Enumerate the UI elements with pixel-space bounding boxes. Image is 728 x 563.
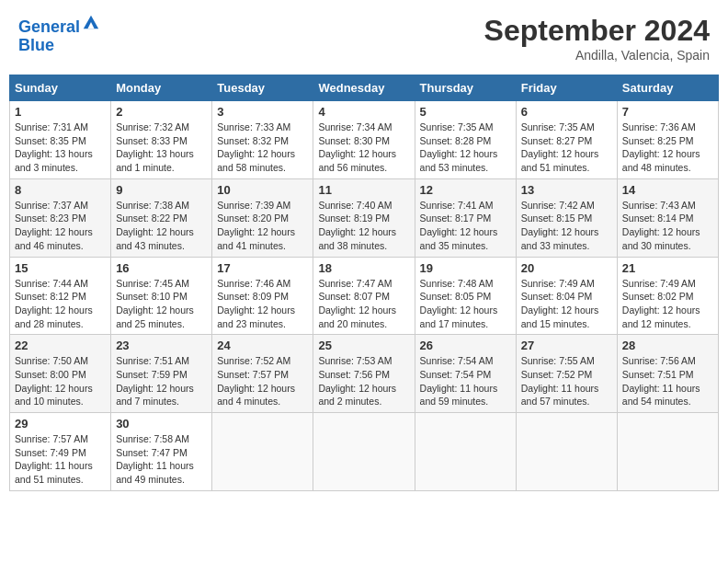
day-info: Sunrise: 7:58 AMSunset: 7:47 PMDaylight:… <box>116 432 207 487</box>
day-number: 28 <box>622 339 713 352</box>
calendar-week-3: 15Sunrise: 7:44 AMSunset: 8:12 PMDayligh… <box>10 257 719 335</box>
day-number: 12 <box>420 183 511 197</box>
location: Andilla, Valencia, Spain <box>484 48 710 63</box>
calendar-cell: 21Sunrise: 7:49 AMSunset: 8:02 PMDayligh… <box>617 257 718 335</box>
calendar-cell: 2Sunrise: 7:32 AMSunset: 8:33 PMDaylight… <box>111 101 212 179</box>
title-block: September 2024 Andilla, Valencia, Spain <box>484 14 710 63</box>
day-info: Sunrise: 7:45 AMSunset: 8:10 PMDaylight:… <box>116 277 207 331</box>
calendar-cell: 5Sunrise: 7:35 AMSunset: 8:28 PMDaylight… <box>415 101 516 179</box>
calendar-cell: 30Sunrise: 7:58 AMSunset: 7:47 PMDayligh… <box>111 413 212 491</box>
logo-blue: Blue <box>18 36 54 54</box>
day-info: Sunrise: 7:44 AMSunset: 8:12 PMDaylight:… <box>15 277 106 331</box>
day-number: 1 <box>15 105 106 119</box>
calendar-cell: 6Sunrise: 7:35 AMSunset: 8:27 PMDaylight… <box>516 101 617 179</box>
calendar-cell: 4Sunrise: 7:34 AMSunset: 8:30 PMDaylight… <box>313 101 415 179</box>
day-number: 19 <box>420 261 511 275</box>
calendar-cell: 13Sunrise: 7:42 AMSunset: 8:15 PMDayligh… <box>516 178 617 257</box>
calendar-cell: 22Sunrise: 7:50 AMSunset: 8:00 PMDayligh… <box>10 335 111 413</box>
calendar-cell: 17Sunrise: 7:46 AMSunset: 8:09 PMDayligh… <box>212 257 313 335</box>
calendar-week-2: 8Sunrise: 7:37 AMSunset: 8:23 PMDaylight… <box>10 178 719 257</box>
calendar-cell: 25Sunrise: 7:53 AMSunset: 7:56 PMDayligh… <box>313 335 415 413</box>
page-header: General Blue September 2024 Andilla, Val… <box>9 9 719 67</box>
day-number: 22 <box>15 339 106 352</box>
day-info: Sunrise: 7:40 AMSunset: 8:19 PMDaylight:… <box>318 199 409 253</box>
calendar-table: SundayMondayTuesdayWednesdayThursdayFrid… <box>9 75 719 491</box>
logo: General Blue <box>18 14 100 55</box>
day-number: 25 <box>318 339 409 352</box>
day-info: Sunrise: 7:36 AMSunset: 8:25 PMDaylight:… <box>622 121 713 175</box>
calendar-cell: 27Sunrise: 7:55 AMSunset: 7:52 PMDayligh… <box>516 335 617 413</box>
day-info: Sunrise: 7:46 AMSunset: 8:09 PMDaylight:… <box>217 277 308 331</box>
day-info: Sunrise: 7:56 AMSunset: 7:51 PMDaylight:… <box>622 354 713 408</box>
day-number: 14 <box>622 183 713 197</box>
day-number: 4 <box>318 105 409 119</box>
calendar-cell: 24Sunrise: 7:52 AMSunset: 7:57 PMDayligh… <box>212 335 313 413</box>
calendar-cell: 26Sunrise: 7:54 AMSunset: 7:54 PMDayligh… <box>415 335 516 413</box>
day-number: 30 <box>116 417 207 431</box>
day-number: 18 <box>318 261 409 275</box>
calendar-cell: 11Sunrise: 7:40 AMSunset: 8:19 PMDayligh… <box>313 178 415 257</box>
calendar-cell: 15Sunrise: 7:44 AMSunset: 8:12 PMDayligh… <box>10 257 111 335</box>
calendar-cell: 29Sunrise: 7:57 AMSunset: 7:49 PMDayligh… <box>10 413 111 491</box>
day-number: 3 <box>217 105 308 119</box>
day-number: 6 <box>521 105 612 119</box>
day-number: 17 <box>217 261 308 275</box>
day-number: 29 <box>15 417 106 431</box>
calendar-cell: 10Sunrise: 7:39 AMSunset: 8:20 PMDayligh… <box>212 178 313 257</box>
day-info: Sunrise: 7:53 AMSunset: 7:56 PMDaylight:… <box>318 354 409 408</box>
day-info: Sunrise: 7:39 AMSunset: 8:20 PMDaylight:… <box>217 199 308 253</box>
calendar-cell: 20Sunrise: 7:49 AMSunset: 8:04 PMDayligh… <box>516 257 617 335</box>
calendar-cell: 16Sunrise: 7:45 AMSunset: 8:10 PMDayligh… <box>111 257 212 335</box>
weekday-friday: Friday <box>516 75 617 101</box>
day-info: Sunrise: 7:33 AMSunset: 8:32 PMDaylight:… <box>217 121 308 175</box>
calendar-cell: 19Sunrise: 7:48 AMSunset: 8:05 PMDayligh… <box>415 257 516 335</box>
day-info: Sunrise: 7:41 AMSunset: 8:17 PMDaylight:… <box>420 199 511 253</box>
day-info: Sunrise: 7:49 AMSunset: 8:02 PMDaylight:… <box>622 277 713 331</box>
calendar-cell: 12Sunrise: 7:41 AMSunset: 8:17 PMDayligh… <box>415 178 516 257</box>
day-info: Sunrise: 7:35 AMSunset: 8:27 PMDaylight:… <box>521 121 612 175</box>
day-number: 9 <box>116 183 207 197</box>
day-info: Sunrise: 7:38 AMSunset: 8:22 PMDaylight:… <box>116 199 207 253</box>
day-info: Sunrise: 7:42 AMSunset: 8:15 PMDaylight:… <box>521 199 612 253</box>
day-number: 8 <box>15 183 106 197</box>
day-info: Sunrise: 7:34 AMSunset: 8:30 PMDaylight:… <box>318 121 409 175</box>
weekday-saturday: Saturday <box>617 75 718 101</box>
day-number: 11 <box>318 183 409 197</box>
day-info: Sunrise: 7:51 AMSunset: 7:59 PMDaylight:… <box>116 354 207 408</box>
calendar-cell <box>212 413 313 491</box>
day-info: Sunrise: 7:55 AMSunset: 7:52 PMDaylight:… <box>521 354 612 408</box>
calendar-cell <box>516 413 617 491</box>
month-title: September 2024 <box>484 14 710 48</box>
day-info: Sunrise: 7:37 AMSunset: 8:23 PMDaylight:… <box>15 199 106 253</box>
calendar-cell: 9Sunrise: 7:38 AMSunset: 8:22 PMDaylight… <box>111 178 212 257</box>
day-info: Sunrise: 7:32 AMSunset: 8:33 PMDaylight:… <box>116 121 207 175</box>
weekday-header-row: SundayMondayTuesdayWednesdayThursdayFrid… <box>10 75 719 101</box>
calendar-cell: 28Sunrise: 7:56 AMSunset: 7:51 PMDayligh… <box>617 335 718 413</box>
day-number: 21 <box>622 261 713 275</box>
calendar-cell: 8Sunrise: 7:37 AMSunset: 8:23 PMDaylight… <box>10 178 111 257</box>
weekday-tuesday: Tuesday <box>212 75 313 101</box>
day-number: 27 <box>521 339 612 352</box>
day-info: Sunrise: 7:54 AMSunset: 7:54 PMDaylight:… <box>420 354 511 408</box>
day-info: Sunrise: 7:47 AMSunset: 8:07 PMDaylight:… <box>318 277 409 331</box>
day-number: 16 <box>116 261 207 275</box>
day-info: Sunrise: 7:48 AMSunset: 8:05 PMDaylight:… <box>420 277 511 331</box>
weekday-sunday: Sunday <box>10 75 111 101</box>
calendar-week-4: 22Sunrise: 7:50 AMSunset: 8:00 PMDayligh… <box>10 335 719 413</box>
calendar-cell: 7Sunrise: 7:36 AMSunset: 8:25 PMDaylight… <box>617 101 718 179</box>
weekday-wednesday: Wednesday <box>313 75 415 101</box>
day-info: Sunrise: 7:31 AMSunset: 8:35 PMDaylight:… <box>15 121 106 175</box>
day-number: 15 <box>15 261 106 275</box>
weekday-thursday: Thursday <box>415 75 516 101</box>
day-number: 10 <box>217 183 308 197</box>
calendar-cell: 1Sunrise: 7:31 AMSunset: 8:35 PMDaylight… <box>10 101 111 179</box>
day-number: 7 <box>622 105 713 119</box>
day-number: 20 <box>521 261 612 275</box>
day-number: 24 <box>217 339 308 352</box>
logo-general: General <box>18 17 80 36</box>
calendar-cell: 14Sunrise: 7:43 AMSunset: 8:14 PMDayligh… <box>617 178 718 257</box>
calendar-week-1: 1Sunrise: 7:31 AMSunset: 8:35 PMDaylight… <box>10 101 719 179</box>
calendar-week-5: 29Sunrise: 7:57 AMSunset: 7:49 PMDayligh… <box>10 413 719 491</box>
day-info: Sunrise: 7:52 AMSunset: 7:57 PMDaylight:… <box>217 354 308 408</box>
calendar-cell: 3Sunrise: 7:33 AMSunset: 8:32 PMDaylight… <box>212 101 313 179</box>
